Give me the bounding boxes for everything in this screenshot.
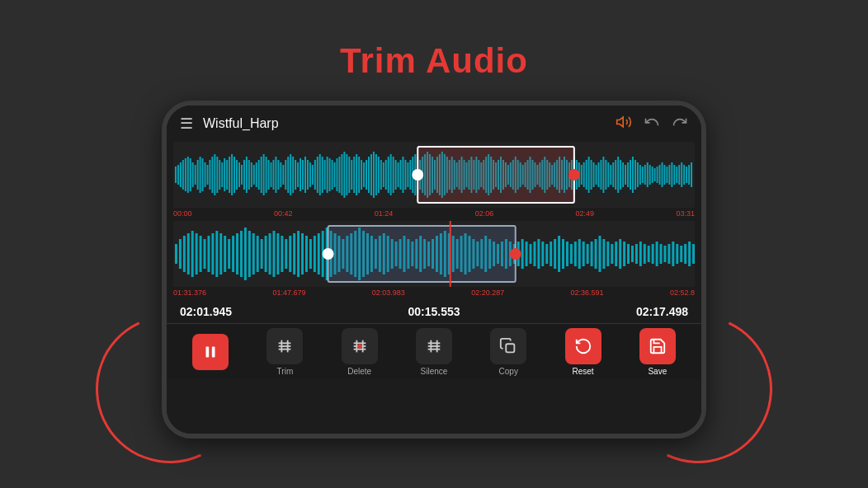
undo-icon[interactable] — [644, 114, 660, 134]
svg-rect-61 — [319, 154, 321, 195]
svg-rect-196 — [649, 165, 651, 185]
svg-rect-40 — [268, 160, 270, 190]
svg-rect-15 — [206, 165, 208, 185]
delete-button[interactable]: Delete — [338, 328, 381, 376]
svg-rect-346 — [328, 226, 516, 282]
svg-rect-178 — [605, 160, 606, 190]
svg-rect-184 — [620, 160, 621, 190]
svg-rect-8 — [190, 158, 191, 191]
svg-rect-87 — [383, 162, 384, 187]
svg-point-216 — [568, 169, 580, 181]
svg-rect-330 — [631, 246, 634, 262]
svg-rect-213 — [691, 162, 692, 187]
time-zoom-label-4: 02:36.591 — [571, 289, 604, 297]
svg-rect-312 — [558, 236, 560, 272]
svg-rect-248 — [297, 231, 300, 277]
svg-rect-241 — [269, 233, 271, 274]
svg-rect-246 — [289, 236, 291, 272]
time-label-0: 00:00 — [173, 209, 192, 218]
svg-rect-325 — [611, 244, 613, 264]
svg-rect-66 — [332, 160, 333, 190]
svg-rect-185 — [622, 162, 624, 187]
svg-rect-307 — [537, 239, 540, 269]
svg-rect-193 — [642, 167, 644, 183]
trim-button[interactable]: Trim — [263, 328, 306, 376]
svg-rect-321 — [595, 239, 597, 269]
svg-rect-198 — [654, 168, 656, 181]
svg-rect-51 — [295, 160, 296, 190]
play-pause-button[interactable] — [189, 334, 232, 370]
svg-rect-334 — [648, 246, 650, 262]
time-zoom-label-2: 02:03.983 — [372, 289, 405, 297]
reset-button[interactable]: Reset — [562, 328, 605, 376]
svg-rect-191 — [637, 162, 639, 187]
time-start: 02:01.945 — [180, 305, 232, 318]
time-label-4: 02:49 — [576, 209, 595, 218]
svg-rect-38 — [263, 154, 265, 195]
svg-rect-200 — [659, 165, 661, 185]
svg-rect-329 — [627, 244, 630, 264]
svg-rect-4 — [180, 162, 182, 187]
svg-rect-335 — [652, 244, 654, 264]
svg-rect-95 — [402, 157, 403, 193]
svg-rect-55 — [304, 157, 306, 193]
svg-rect-310 — [550, 242, 552, 266]
svg-rect-204 — [668, 165, 670, 185]
svg-rect-343 — [684, 244, 686, 264]
svg-rect-243 — [276, 233, 279, 274]
svg-rect-37 — [261, 157, 262, 193]
svg-rect-351 — [212, 346, 215, 357]
svg-rect-222 — [191, 231, 194, 277]
svg-rect-177 — [602, 157, 604, 193]
svg-rect-54 — [302, 160, 304, 190]
svg-rect-341 — [676, 244, 678, 264]
svg-rect-253 — [318, 233, 320, 274]
svg-rect-35 — [256, 162, 257, 187]
volume-icon[interactable] — [616, 114, 632, 134]
silence-button[interactable]: Silence — [413, 328, 455, 376]
save-label: Save — [648, 367, 667, 376]
svg-rect-235 — [244, 228, 247, 280]
svg-rect-11 — [197, 160, 199, 190]
save-button[interactable]: Save — [636, 328, 679, 376]
svg-rect-20 — [219, 160, 220, 190]
svg-rect-46 — [282, 165, 284, 185]
svg-rect-36 — [258, 160, 260, 190]
svg-rect-245 — [285, 239, 287, 269]
svg-rect-76 — [356, 154, 357, 195]
svg-rect-7 — [187, 157, 189, 193]
svg-rect-340 — [672, 242, 674, 266]
svg-rect-86 — [380, 160, 382, 190]
svg-rect-12 — [200, 157, 201, 193]
phone-side-button — [162, 221, 165, 254]
svg-rect-224 — [200, 236, 202, 272]
filename-label: Wistful_Harp — [203, 116, 616, 131]
svg-rect-59 — [314, 160, 316, 190]
svg-rect-223 — [196, 233, 198, 274]
svg-rect-78 — [361, 160, 362, 190]
svg-rect-181 — [612, 162, 614, 187]
menu-icon[interactable]: ☰ — [180, 115, 193, 133]
svg-rect-218 — [175, 244, 177, 264]
svg-rect-84 — [375, 154, 377, 195]
copy-label: Copy — [499, 367, 518, 376]
svg-rect-14 — [205, 162, 206, 187]
svg-rect-231 — [228, 239, 230, 269]
time-label-1: 00:42 — [274, 209, 293, 218]
svg-rect-251 — [309, 239, 312, 269]
svg-point-347 — [323, 248, 334, 260]
svg-rect-94 — [400, 160, 402, 190]
waveform-overview — [173, 142, 695, 208]
svg-rect-316 — [574, 242, 577, 266]
svg-rect-58 — [312, 165, 314, 185]
redo-icon[interactable] — [672, 114, 688, 134]
svg-rect-186 — [625, 165, 626, 185]
svg-rect-24 — [229, 157, 230, 193]
svg-rect-238 — [257, 236, 259, 272]
svg-rect-30 — [243, 160, 245, 190]
svg-rect-56 — [307, 160, 309, 190]
svg-rect-88 — [385, 160, 387, 190]
svg-rect-73 — [348, 157, 350, 193]
copy-button[interactable]: Copy — [487, 328, 530, 376]
svg-rect-49 — [290, 154, 291, 195]
